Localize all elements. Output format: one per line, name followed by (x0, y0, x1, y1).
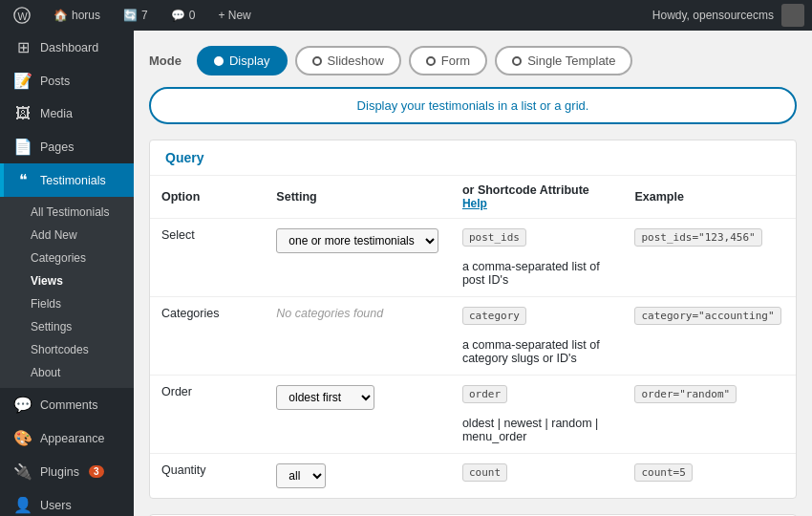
tab-single-template-label: Single Template (527, 54, 615, 68)
mode-label: Mode (149, 54, 182, 68)
comments-count: 0 (189, 9, 196, 22)
shortcode-order: order oldest | newest | random | menu_or… (451, 376, 624, 454)
submenu-views[interactable]: Views (0, 269, 134, 292)
sidebar-label-pages: Pages (40, 140, 74, 154)
submenu-shortcodes[interactable]: Shortcodes (0, 338, 134, 361)
admin-sidebar: ⊞ Dashboard 📝 Posts 🖼 Media 📄 Pages ❝ Te… (0, 31, 134, 516)
posts-icon: 📝 (13, 72, 32, 90)
new-label: + New (218, 9, 250, 22)
display-description: Display your testimonials in a list or a… (149, 87, 797, 124)
comments-sidebar-icon: 💬 (13, 396, 32, 414)
col-header-setting: Setting (265, 176, 451, 219)
updates-icon: 🔄 (123, 9, 138, 22)
desc-order: oldest | newest | random | menu_order (462, 417, 598, 443)
desc-select: a comma-separated list of post ID's (462, 260, 600, 287)
setting-order[interactable]: oldest first newest first random menu_or… (265, 376, 451, 454)
tab-display-label: Display (229, 54, 270, 68)
howdy-text: Howdy, opensourcecms (652, 9, 774, 22)
media-icon: 🖼 (13, 105, 32, 122)
setting-quantity[interactable]: all 5 10 15 20 (265, 454, 451, 499)
testimonials-icon: ❝ (13, 171, 32, 189)
sidebar-item-testimonials[interactable]: ❝ Testimonials (0, 163, 134, 197)
col-header-example: Example (623, 176, 796, 219)
admin-bar: W 🏠 horus 🔄 7 💬 0 + New Howdy, opensourc… (0, 0, 812, 31)
avatar[interactable] (781, 4, 804, 27)
submenu-settings[interactable]: Settings (0, 315, 134, 338)
submenu-categories[interactable]: Categories (0, 247, 134, 269)
sidebar-label-dashboard: Dashboard (40, 41, 98, 54)
main-content: Mode Display Slideshow Form Single Templ… (134, 31, 812, 516)
submenu-fields[interactable]: Fields (0, 292, 134, 315)
setting-categories: No categories found (265, 297, 451, 376)
sidebar-item-comments[interactable]: 💬 Comments (0, 388, 134, 421)
example-order: order="random" (623, 376, 796, 454)
sidebar-item-media[interactable]: 🖼 Media (0, 97, 134, 130)
desc-categories: a comma-separated list of category slugs… (462, 338, 600, 365)
table-row: Order oldest first newest first random m… (150, 376, 796, 454)
quantity-dropdown[interactable]: all 5 10 15 20 (276, 463, 326, 488)
comments-icon: 💬 (171, 9, 185, 22)
table-row: Categories No categories found category … (150, 297, 796, 376)
option-order: Order (150, 376, 265, 454)
shortcode-badge-categories: category (462, 307, 526, 325)
sidebar-item-users[interactable]: 👤 Users (0, 488, 134, 516)
submenu-all-testimonials[interactable]: All Testimonials (0, 201, 134, 224)
setting-select[interactable]: one or more testimonials random testimon… (265, 219, 451, 297)
updates-item[interactable]: 🔄 7 (118, 0, 154, 31)
col-header-shortcode: or Shortcode Attribute Help (451, 176, 624, 219)
order-dropdown[interactable]: oldest first newest first random menu_or… (276, 385, 374, 410)
example-quantity: count=5 (623, 454, 796, 499)
shortcode-badge-order: order (462, 385, 507, 403)
tab-display[interactable]: Display (197, 46, 288, 75)
site-name-item[interactable]: 🏠 horus (48, 0, 106, 31)
select-dropdown[interactable]: one or more testimonials random testimon… (276, 228, 438, 253)
shortcode-categories: category a comma-separated list of categ… (451, 297, 624, 376)
updates-count: 7 (141, 9, 148, 22)
radio-display (214, 56, 224, 66)
option-select: Select (150, 219, 265, 297)
sidebar-item-plugins[interactable]: 🔌 Plugins 3 (0, 455, 134, 488)
sidebar-label-testimonials: Testimonials (40, 174, 106, 187)
tab-slideshow[interactable]: Slideshow (295, 46, 401, 75)
comments-item[interactable]: 💬 0 (165, 0, 202, 31)
users-icon: 👤 (13, 496, 32, 514)
query-table: Option Setting or Shortcode Attribute He… (150, 176, 796, 498)
table-row: Quantity all 5 10 15 20 count (150, 454, 796, 499)
appearance-icon: 🎨 (13, 429, 32, 447)
tab-single-template[interactable]: Single Template (495, 46, 632, 75)
tab-form[interactable]: Form (409, 46, 487, 75)
example-badge-quantity: count=5 (634, 463, 692, 482)
radio-slideshow (312, 56, 322, 66)
help-link[interactable]: Help (462, 197, 487, 210)
sidebar-label-media: Media (40, 107, 73, 120)
example-categories: category="accounting" (623, 297, 796, 376)
sidebar-item-posts[interactable]: 📝 Posts (0, 64, 134, 97)
sidebar-item-pages[interactable]: 📄 Pages (0, 130, 134, 163)
sidebar-item-appearance[interactable]: 🎨 Appearance (0, 421, 134, 455)
no-categories-text: No categories found (276, 307, 383, 320)
example-badge-categories: category="accounting" (634, 307, 780, 325)
submenu-add-new[interactable]: Add New (0, 224, 134, 247)
submenu-about[interactable]: About (0, 361, 134, 384)
shortcode-quantity: count (451, 454, 624, 499)
radio-form (426, 56, 436, 66)
query-header: Query (150, 140, 796, 176)
query-section: Query Option Setting or Shortcode Attrib… (149, 140, 797, 499)
mode-row: Mode Display Slideshow Form Single Templ… (149, 46, 797, 75)
plugins-icon: 🔌 (13, 462, 32, 481)
sidebar-item-dashboard[interactable]: ⊞ Dashboard (0, 31, 134, 64)
sidebar-label-appearance: Appearance (40, 432, 104, 445)
wp-logo-item[interactable]: W (8, 0, 36, 31)
option-categories: Categories (150, 297, 265, 376)
tab-slideshow-label: Slideshow (328, 54, 384, 68)
example-badge-order: order="random" (634, 385, 737, 403)
testimonials-submenu: All Testimonials Add New Categories View… (0, 197, 134, 388)
sidebar-label-users: Users (40, 499, 72, 512)
sidebar-label-posts: Posts (40, 75, 70, 88)
new-content-item[interactable]: + New (212, 0, 256, 31)
dashboard-icon: ⊞ (13, 38, 32, 56)
table-row: Select one or more testimonials random t… (150, 219, 796, 297)
tab-form-label: Form (441, 54, 470, 68)
svg-text:W: W (18, 11, 29, 22)
home-icon: 🏠 (53, 9, 68, 22)
